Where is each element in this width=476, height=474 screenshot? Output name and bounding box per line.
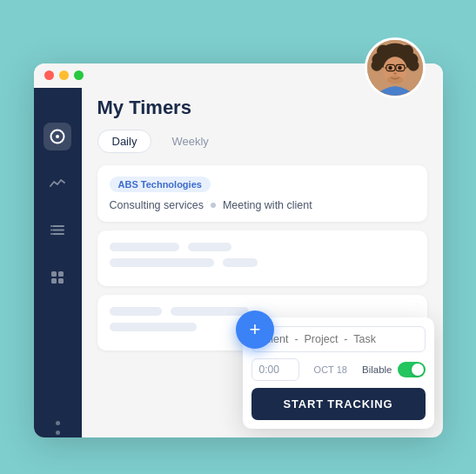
client-badge: ABS Technologies — [110, 177, 211, 192]
plus-icon: + — [250, 318, 261, 341]
bilable-toggle[interactable] — [398, 362, 426, 377]
bilable-label: Bilable — [362, 364, 392, 375]
skeleton-line — [110, 243, 179, 251]
svg-point-9 — [388, 65, 392, 70]
card-row: Consulting services Meeting with client — [110, 199, 415, 211]
avatar — [365, 37, 426, 98]
svg-point-4 — [371, 59, 382, 70]
task-input[interactable] — [251, 326, 426, 352]
minimize-button[interactable] — [59, 70, 69, 80]
tab-bar: Daily Weekly — [97, 130, 427, 153]
tab-daily[interactable]: Daily — [97, 130, 152, 153]
svg-point-17 — [386, 76, 402, 83]
skeleton-line — [110, 307, 162, 316]
skeleton-line — [188, 243, 231, 251]
page-title: My Timers — [97, 97, 427, 119]
time-input[interactable] — [251, 358, 299, 381]
svg-rect-26 — [51, 271, 57, 277]
timer-card-1: ABS Technologies Consulting services Mee… — [97, 165, 427, 222]
sidebar-dots — [56, 421, 60, 437]
skeleton-row-1 — [110, 243, 415, 251]
svg-point-23 — [50, 225, 52, 227]
svg-point-10 — [398, 65, 402, 70]
svg-point-16 — [393, 72, 397, 75]
add-timer-fab[interactable]: + — [236, 310, 274, 349]
svg-rect-27 — [58, 271, 64, 277]
sidebar-item-analytics[interactable] — [44, 170, 71, 197]
card-text-1: Consulting services — [110, 199, 204, 211]
sidebar-dot-1 — [56, 421, 60, 425]
toggle-knob — [412, 364, 424, 376]
skeleton-row-2 — [110, 258, 415, 267]
svg-point-24 — [50, 230, 52, 231]
tab-weekly[interactable]: Weekly — [157, 130, 223, 153]
sidebar — [34, 88, 82, 437]
sidebar-item-grid[interactable] — [44, 264, 71, 291]
svg-rect-29 — [58, 278, 64, 284]
main-content: My Timers Daily Weekly ABS Technologies … — [82, 88, 443, 437]
sidebar-item-list[interactable] — [44, 217, 71, 244]
sidebar-dot-2 — [56, 431, 60, 435]
skeleton-line — [110, 323, 197, 331]
card-text-2: Meeting with client — [223, 199, 312, 211]
svg-point-5 — [407, 59, 419, 70]
maximize-button[interactable] — [74, 70, 84, 80]
svg-point-7 — [400, 44, 413, 57]
app-window: My Timers Daily Weekly ABS Technologies … — [34, 63, 443, 437]
skeleton-line — [171, 307, 249, 316]
card-dot — [211, 203, 216, 208]
popup-controls-row: OCT 18 Bilable — [251, 358, 426, 381]
window-wrapper: My Timers Daily Weekly ABS Technologies … — [34, 37, 443, 437]
svg-rect-28 — [51, 278, 57, 284]
skeleton-line — [110, 258, 214, 267]
svg-point-25 — [50, 233, 52, 235]
sidebar-item-timer[interactable] — [44, 123, 71, 150]
popup-date: OCT 18 — [305, 364, 357, 375]
skeleton-line — [223, 258, 258, 267]
svg-point-19 — [56, 135, 59, 138]
skeleton-card-2 — [97, 230, 427, 286]
close-button[interactable] — [44, 70, 54, 80]
svg-point-6 — [376, 44, 389, 57]
start-tracking-button[interactable]: START TRACKING — [251, 388, 426, 420]
